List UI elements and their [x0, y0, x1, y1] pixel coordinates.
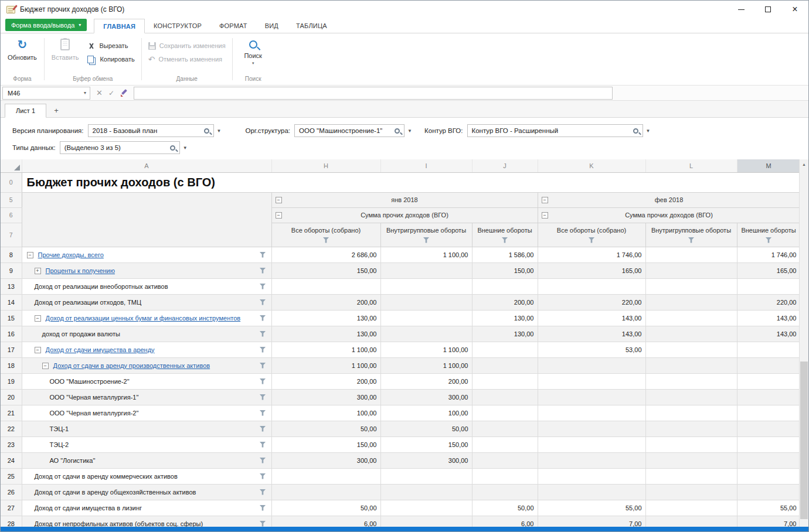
- expand-toggle[interactable]: −: [35, 347, 41, 353]
- row-number[interactable]: 15: [1, 310, 22, 326]
- value-cell[interactable]: [645, 500, 737, 516]
- row-label-cell[interactable]: ООО "Черная металлургия-1": [22, 389, 271, 405]
- row-filter-icon[interactable]: [260, 458, 266, 463]
- value-cell[interactable]: [645, 247, 737, 262]
- row-number[interactable]: 14: [1, 294, 22, 310]
- cancel-entry-icon[interactable]: ✕: [96, 88, 103, 97]
- confirm-entry-icon[interactable]: ✓: [108, 89, 114, 97]
- value-column-header[interactable]: Внутригрупповые обороты: [645, 223, 737, 247]
- select-all-corner[interactable]: [1, 159, 22, 172]
- lookup-icon[interactable]: [204, 128, 209, 134]
- column-header-k[interactable]: K: [538, 159, 645, 172]
- row-label-cell[interactable]: АО "Логистика": [22, 452, 271, 468]
- value-cell[interactable]: 150,00: [271, 262, 380, 278]
- value-cell[interactable]: [380, 278, 472, 294]
- row-number[interactable]: 5: [1, 192, 22, 207]
- types-filter-dropdown[interactable]: ▼: [180, 141, 191, 154]
- row-label[interactable]: ООО "Черная металлургия-2": [50, 410, 139, 417]
- row-number[interactable]: 19: [1, 373, 22, 389]
- value-cell[interactable]: [472, 357, 538, 373]
- add-sheet-button[interactable]: +: [46, 103, 66, 117]
- value-cell[interactable]: [538, 373, 645, 389]
- collapse-toggle[interactable]: −: [542, 212, 548, 219]
- filter-icon[interactable]: [423, 237, 430, 243]
- row-filter-icon[interactable]: [260, 378, 266, 384]
- measure-header-feb[interactable]: − Сумма прочих доходов (ВГО): [538, 207, 800, 223]
- row-filter-icon[interactable]: [260, 315, 266, 321]
- measure-header-jan[interactable]: − Сумма прочих доходов (ВГО): [271, 207, 538, 223]
- row-label-cell[interactable]: − Прочие доходы, всего: [22, 247, 271, 262]
- lookup-icon[interactable]: [633, 128, 638, 134]
- row-filter-icon[interactable]: [260, 489, 266, 495]
- value-cell[interactable]: 50,00: [271, 421, 380, 436]
- value-cell[interactable]: [538, 389, 645, 405]
- value-cell[interactable]: [538, 357, 645, 373]
- value-cell[interactable]: [472, 468, 538, 484]
- row-label-cell[interactable]: Доход от реализации внеоборотных активов: [22, 278, 271, 294]
- org-filter-dropdown[interactable]: ▼: [404, 124, 415, 137]
- value-cell[interactable]: 130,00: [472, 310, 538, 326]
- value-cell[interactable]: [271, 484, 380, 500]
- value-cell[interactable]: [380, 484, 472, 500]
- value-cell[interactable]: 6,00: [472, 516, 538, 527]
- filter-icon[interactable]: [589, 237, 595, 243]
- value-cell[interactable]: 200,00: [472, 294, 538, 310]
- value-cell[interactable]: 1 100,00: [380, 342, 472, 357]
- row-label-cell[interactable]: ООО "Машиностроение-2": [22, 373, 271, 389]
- value-cell[interactable]: 220,00: [538, 294, 645, 310]
- row-label-cell[interactable]: − Доход от сдачи в аренду производственн…: [22, 357, 271, 373]
- value-cell[interactable]: [645, 310, 737, 326]
- value-cell[interactable]: 1 100,00: [380, 247, 472, 262]
- value-cell[interactable]: 100,00: [271, 405, 380, 421]
- row-label-cell[interactable]: Доход от реализации отходов, ТМЦ: [22, 294, 271, 310]
- value-cell[interactable]: [645, 326, 737, 342]
- filter-icon[interactable]: [502, 237, 508, 243]
- row-number[interactable]: 24: [1, 452, 22, 468]
- row-number[interactable]: 21: [1, 405, 22, 421]
- value-cell[interactable]: [737, 278, 800, 294]
- value-cell[interactable]: [538, 468, 645, 484]
- row-number[interactable]: 7: [1, 223, 22, 247]
- month-header-jan[interactable]: − янв 2018: [271, 192, 538, 207]
- value-cell[interactable]: [737, 357, 800, 373]
- value-cell[interactable]: 50,00: [472, 500, 538, 516]
- value-column-header[interactable]: Внешние обороты: [472, 223, 538, 247]
- filter-icon[interactable]: [688, 237, 695, 243]
- row-filter-icon[interactable]: [260, 331, 266, 337]
- collapse-toggle[interactable]: −: [276, 197, 282, 203]
- row-label-cell[interactable]: Доход от непрофильных активов (объектов …: [22, 516, 271, 527]
- row-number[interactable]: 16: [1, 326, 22, 342]
- types-filter-combo[interactable]: (Выделено 3 из 5): [60, 141, 180, 154]
- cell-name-box[interactable]: M46 ▾: [2, 87, 90, 100]
- row-filter-icon[interactable]: [260, 252, 266, 258]
- value-cell[interactable]: [380, 326, 472, 342]
- value-cell[interactable]: [538, 405, 645, 421]
- tab-konstruktor[interactable]: КОНСТРУКТОР: [145, 18, 210, 33]
- value-cell[interactable]: 53,00: [538, 342, 645, 357]
- version-filter-combo[interactable]: 2018 - Базовый план: [88, 124, 214, 137]
- filter-icon[interactable]: [766, 237, 772, 243]
- expand-toggle[interactable]: −: [27, 252, 33, 258]
- row-label-cell[interactable]: − Доход от реализации ценных бумаг и фин…: [22, 310, 271, 326]
- row-label[interactable]: Доход от реализации внеоборотных активов: [35, 283, 168, 290]
- value-cell[interactable]: 130,00: [271, 310, 380, 326]
- value-cell[interactable]: [645, 468, 737, 484]
- row-label-cell[interactable]: ТЭЦ-1: [22, 421, 271, 436]
- org-filter-combo[interactable]: ООО "Машиностроение-1": [294, 124, 404, 137]
- value-cell[interactable]: [737, 342, 800, 357]
- value-cell[interactable]: 150,00: [271, 436, 380, 452]
- row-label[interactable]: ТЭЦ-2: [50, 441, 69, 448]
- collapse-toggle[interactable]: −: [276, 212, 282, 219]
- value-cell[interactable]: 6,00: [271, 516, 380, 527]
- value-cell[interactable]: [645, 342, 737, 357]
- value-column-header[interactable]: Все обороты (собрано): [538, 223, 645, 247]
- value-cell[interactable]: 220,00: [737, 294, 800, 310]
- tab-tablica[interactable]: ТАБЛИЦА: [287, 18, 336, 33]
- sheet-tab-list1[interactable]: Лист 1: [5, 104, 46, 118]
- value-cell[interactable]: [472, 278, 538, 294]
- search-button[interactable]: Поиск ▾: [236, 35, 270, 72]
- value-cell[interactable]: [737, 452, 800, 468]
- row-filter-icon[interactable]: [260, 394, 266, 400]
- value-cell[interactable]: 1 100,00: [380, 357, 472, 373]
- value-cell[interactable]: [645, 516, 737, 527]
